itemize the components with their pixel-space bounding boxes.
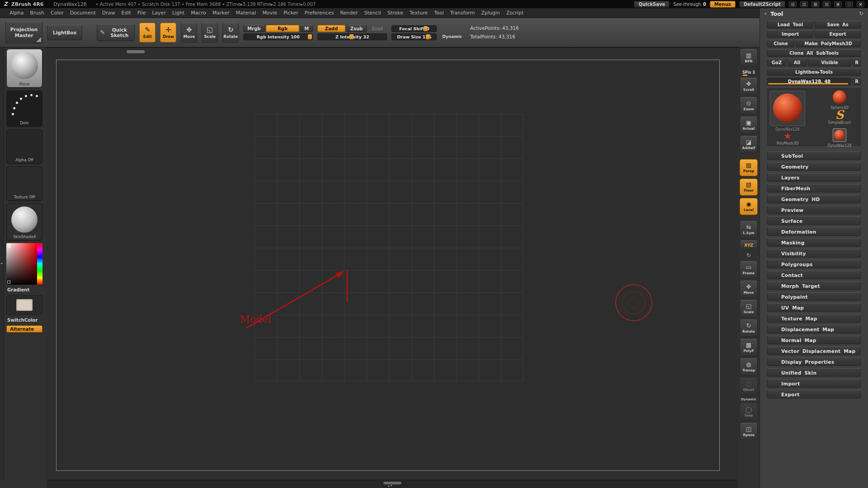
session-icon[interactable]: ○	[845, 1, 853, 7]
rgb-button[interactable]: Rgb	[266, 25, 300, 32]
draw-mode-button[interactable]: ✛ Draw	[160, 23, 176, 42]
tool-section[interactable]: Masking	[767, 238, 861, 247]
polyf-button[interactable]: ▦ PolyF	[740, 339, 758, 356]
slider-handle[interactable]	[308, 34, 312, 39]
tool-item-simplebrush[interactable]: S SimpleBrush	[811, 109, 868, 125]
secondary-color-swatch[interactable]	[7, 281, 10, 284]
menu-item[interactable]: Movie	[259, 9, 280, 17]
menu-item[interactable]: Texture	[406, 9, 431, 17]
ghost-button[interactable]: ◌ Ghost	[740, 378, 758, 395]
zoom-button[interactable]: ⊙ Zoom	[740, 97, 758, 114]
goz-all-button[interactable]: All	[788, 59, 807, 66]
current-material-thumbnail[interactable]: SkinShade4	[6, 203, 42, 240]
zadd-button[interactable]: Zadd	[317, 25, 345, 32]
menu-item[interactable]: Document	[67, 9, 99, 17]
tool-section[interactable]: Contact	[767, 271, 861, 279]
menu-item[interactable]: Stencil	[361, 9, 384, 17]
actual-button[interactable]: ▣ Actual	[740, 117, 758, 134]
goz-visible-button[interactable]: Visible	[808, 59, 851, 66]
tool-section[interactable]: Polygroups	[767, 260, 861, 268]
xpose-button[interactable]: ◫ Xpose	[740, 423, 758, 440]
quick-sketch-button[interactable]: ✎ Quick Sketch	[97, 24, 135, 41]
rotate-button[interactable]: ↻ Rotate	[740, 319, 758, 337]
tool-section[interactable]: Geometry	[767, 162, 861, 171]
current-texture-thumbnail[interactable]: Texture Off	[6, 166, 42, 201]
menu-item[interactable]: Tool	[431, 9, 447, 17]
scroll-button[interactable]: ✥ Scroll	[740, 78, 758, 95]
hue-strip[interactable]	[37, 243, 42, 285]
lightbox-tools-button[interactable]: Lightbox▸Tools	[767, 68, 861, 76]
switchcolor-label[interactable]: SwitchColor	[6, 318, 47, 323]
tool-section[interactable]: SubTool	[767, 151, 861, 160]
dynamic-label[interactable]: Dynamic	[442, 34, 462, 39]
load-tool-button[interactable]: Load Tool	[767, 21, 813, 28]
menu-item[interactable]: Alpha	[6, 9, 27, 17]
zcut-button[interactable]: Zcut	[368, 25, 387, 32]
tool-section[interactable]: Unified Skin	[767, 368, 861, 377]
tool-section[interactable]: Layers	[767, 173, 861, 182]
rotate-mode-button[interactable]: ↻ Rotate	[222, 23, 239, 42]
m-button[interactable]: M	[300, 25, 313, 32]
zsub-button[interactable]: Zsub	[346, 25, 367, 32]
menu-item[interactable]: Zplugin	[478, 9, 503, 17]
tool-section[interactable]: Vector Displacement Map	[767, 347, 861, 355]
persp-button[interactable]: ▨ Persp	[740, 159, 758, 176]
current-brush-thumbnail[interactable]: Move	[6, 49, 42, 88]
lightbox-button[interactable]: LightBox	[47, 25, 82, 40]
tool-section[interactable]: Visibility	[767, 249, 861, 258]
tool-section[interactable]: Import	[767, 379, 861, 388]
tool-section[interactable]: Normal Map	[767, 336, 861, 344]
tool-section[interactable]: Geometry HD	[767, 195, 861, 203]
move-button[interactable]: ✥ Move	[740, 281, 758, 298]
active-tool-slider[interactable]: DynaWax128. 48	[767, 78, 851, 85]
bottom-scrollbar[interactable]: ▴▾	[47, 480, 738, 488]
lock-icon[interactable]: ▣	[834, 1, 842, 7]
layout-preset-icon[interactable]: ▧	[823, 1, 830, 7]
layout-preset-icon[interactable]: ▤	[789, 1, 797, 7]
default-zscript-button[interactable]: DefaultZScript	[739, 1, 785, 8]
quicksave-button[interactable]: QuickSave	[634, 1, 670, 8]
draw-size-slider[interactable]: Draw Size 186	[392, 33, 437, 40]
collapse-arrow-icon[interactable]: ‹	[764, 10, 767, 17]
menu-item[interactable]: Brush	[27, 9, 47, 17]
menu-item[interactable]: Edit	[118, 9, 134, 17]
slider-handle[interactable]	[349, 34, 354, 39]
menu-item[interactable]: Stroke	[384, 9, 406, 17]
menu-item[interactable]: Macro	[188, 9, 209, 17]
bpr-button[interactable]: ▥ BPR	[740, 49, 758, 66]
canvas[interactable]: Model	[47, 47, 738, 480]
tool-section[interactable]: Polypaint	[767, 292, 861, 301]
tool-section[interactable]: Display Properties	[767, 357, 861, 366]
local-button[interactable]: ◉ Local	[740, 198, 758, 215]
solo-button[interactable]: ◯ Solo	[740, 404, 758, 421]
menu-item[interactable]: Layer	[149, 9, 169, 17]
menu-item[interactable]: Transform	[447, 9, 478, 17]
left-tray-edge[interactable]: ◂	[0, 47, 4, 480]
make-polymesh3d-button[interactable]: Make PolyMesh3D	[796, 40, 861, 47]
edit-mode-button[interactable]: ✎ Edit	[139, 23, 156, 42]
menu-item[interactable]: Zscript	[503, 9, 527, 17]
tool-section[interactable]: Export	[767, 390, 861, 399]
tool-section[interactable]: Texture Map	[767, 314, 861, 323]
projection-master-button[interactable]: Projection Master	[5, 22, 42, 43]
tool-item-sphere3d[interactable]: Sphere3D	[811, 90, 868, 110]
scroll-arrows-icon[interactable]: ▴▾	[388, 484, 393, 488]
floor-button[interactable]: ▤ Floor	[740, 178, 758, 196]
import-button[interactable]: Import	[767, 30, 813, 38]
tool-section[interactable]: UV Map	[767, 303, 861, 312]
tool-section[interactable]: Displacement Map	[767, 325, 861, 333]
current-alpha-thumbnail[interactable]: Alpha Off	[6, 129, 42, 164]
z-intensity-slider[interactable]: Z Intensity 32	[317, 33, 387, 40]
menu-item[interactable]: Color	[47, 9, 67, 17]
slider-handle[interactable]	[426, 34, 430, 39]
gradient-label[interactable]: Gradient	[6, 287, 47, 292]
frame-button[interactable]: ▭ Frame	[740, 261, 758, 278]
scale-mode-button[interactable]: ◱ Scale	[202, 23, 218, 42]
menu-item[interactable]: Draw	[99, 9, 118, 17]
layout-preset-icon[interactable]: ▦	[811, 1, 819, 7]
spix-slider[interactable]: SPix 3	[740, 69, 758, 75]
switchcolor-swatch[interactable]	[6, 295, 42, 315]
color-picker[interactable]	[6, 243, 42, 285]
spin-icon[interactable]: ↻	[740, 252, 758, 259]
close-button[interactable]: ×	[857, 1, 864, 7]
